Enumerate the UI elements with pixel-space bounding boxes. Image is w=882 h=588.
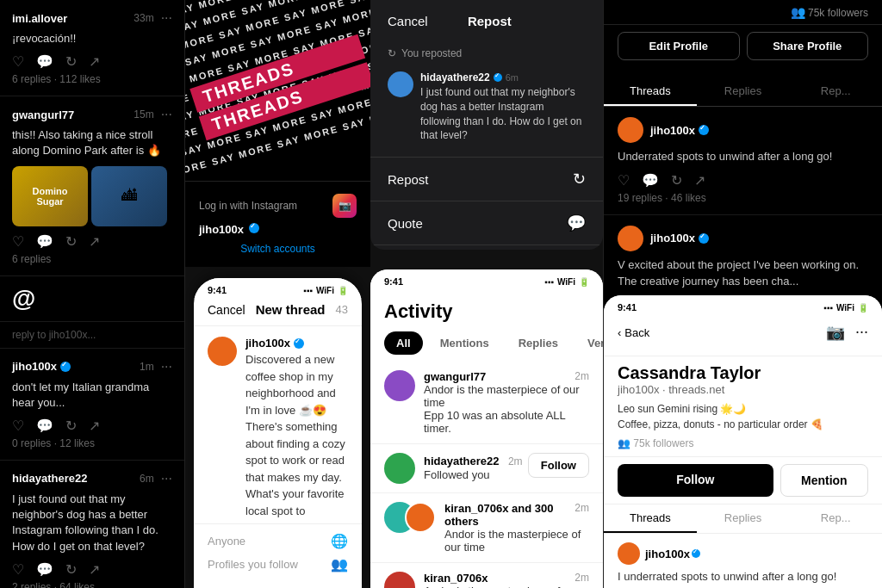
more-options-icon-2[interactable]: ···: [161, 107, 172, 122]
tab-all[interactable]: All: [384, 331, 423, 355]
tab-threads[interactable]: Threads: [604, 77, 697, 106]
login-text: Log in with Instagram: [199, 200, 297, 212]
compose-username: jiho100x: [245, 337, 290, 350]
activity-text-3: Andor is the masterpiece of our time: [444, 528, 589, 554]
heart-icon-1[interactable]: ♡: [12, 53, 24, 70]
comment-icon-4[interactable]: 💬: [36, 561, 53, 578]
profile-comment-icon-1[interactable]: 💬: [642, 172, 659, 189]
repost-action-repost[interactable]: Repost ↻: [370, 158, 603, 201]
activity-status-bar: 9:41 ▪▪▪ WiFi 🔋: [370, 269, 603, 290]
activity-avatar-2: [384, 453, 415, 484]
profile-repost-icon-1[interactable]: ↻: [671, 172, 682, 189]
feed-username-2[interactable]: gwangurl77: [12, 108, 74, 121]
more-options-icon-1[interactable]: ···: [161, 10, 172, 26]
share-icon-2[interactable]: ↗: [89, 233, 100, 250]
repost-icon-2[interactable]: ↻: [65, 233, 77, 250]
quote-action-icon: 💬: [567, 214, 586, 232]
profile2-tab-threads[interactable]: Threads: [604, 504, 697, 533]
repost-preview: hidayathere22 ✓ 6m I just found out that…: [370, 65, 603, 150]
profile-post-text-1: Underrated spots to unwind after a long …: [618, 148, 868, 165]
tab-mentions[interactable]: Mentions: [428, 331, 501, 355]
profile2-follow-btn[interactable]: Follow: [618, 464, 773, 497]
back-button[interactable]: ‹ Back: [618, 326, 649, 339]
tab-reposts[interactable]: Rep...: [789, 77, 882, 106]
avatar-stack-3: [384, 502, 436, 533]
heart-icon-3[interactable]: ♡: [12, 418, 24, 434]
audience-selector[interactable]: Anyone 🌐: [208, 533, 348, 549]
audience-label: Anyone: [208, 535, 245, 548]
profile-share-icon-1[interactable]: ↗: [694, 172, 705, 189]
repost-icon-4[interactable]: ↻: [65, 561, 77, 578]
repost-preview-username: hidayathere22: [420, 71, 490, 84]
feed-actions-1: ♡ 💬 ↻ ↗: [12, 53, 172, 70]
activity-time-2: 2m: [508, 455, 523, 467]
more-options-icon-4[interactable]: ···: [161, 471, 172, 486]
repost-modal: Cancel Repost ↻ You reposted hidayathere…: [370, 0, 603, 250]
share-profile-btn[interactable]: Share Profile: [747, 32, 869, 60]
more-options-icon-3[interactable]: ···: [161, 359, 172, 374]
edit-profile-btn[interactable]: Edit Profile: [618, 32, 740, 60]
activity-avatar-4: [384, 572, 415, 588]
profile-post-actions-1: ♡ 💬 ↻ ↗: [618, 172, 868, 189]
feed-username-3[interactable]: jiho100x: [12, 360, 57, 373]
compose-verified: [294, 338, 304, 349]
profile-heart-icon-1[interactable]: ♡: [618, 172, 630, 189]
activity-time-3: 2m: [575, 502, 589, 528]
feed-username-4[interactable]: hidayathere22: [12, 472, 87, 485]
profile2-mention-btn[interactable]: Mention: [780, 464, 868, 497]
activity-battery-icon: 🔋: [579, 277, 589, 287]
feed-stats-2: 6 replies: [12, 253, 172, 265]
activity-header: Activity All Mentions Replies Verif...: [370, 290, 603, 362]
repost-cancel-btn[interactable]: Cancel: [388, 14, 428, 28]
profile2-status-icons: ▪▪▪ WiFi 🔋: [823, 303, 868, 313]
profile2-header-icons: 📷 ···: [826, 323, 868, 342]
feed-stats-3: 0 replies · 12 likes: [12, 437, 172, 449]
profiles-follow-selector[interactable]: Profiles you follow 👥: [208, 556, 348, 573]
follow-button-2[interactable]: Follow: [528, 453, 589, 478]
share-icon-1[interactable]: ↗: [89, 53, 100, 70]
switch-accounts-btn[interactable]: Switch accounts: [199, 243, 357, 255]
feed-username-1[interactable]: imi.allover: [12, 12, 67, 25]
profile2-actions: Follow Mention: [604, 457, 882, 504]
profile2-header: ‹ Back 📷 ···: [604, 316, 882, 356]
profile2-battery-icon: 🔋: [858, 303, 868, 313]
share-icon-3[interactable]: ↗: [89, 418, 100, 434]
feed-item-1: imi.allover 33m ··· ¡revocación!! ♡ 💬 ↻ …: [0, 0, 184, 96]
instagram-link-icon[interactable]: 📷: [826, 323, 845, 342]
heart-icon-4[interactable]: ♡: [12, 561, 24, 578]
share-icon-4[interactable]: ↗: [89, 561, 100, 578]
activity-time-1: 2m: [575, 370, 589, 383]
tab-verified[interactable]: Verif...: [575, 331, 603, 355]
heart-icon-2[interactable]: ♡: [12, 233, 24, 250]
profile-post-username-1: jiho100x: [650, 124, 695, 137]
profile2-tab-reposts[interactable]: Rep...: [789, 504, 882, 533]
repost-action-quote[interactable]: Quote 💬: [370, 201, 603, 245]
feed-text-1: ¡revocación!!: [12, 31, 172, 46]
activity-wifi-icon: WiFi: [557, 277, 575, 287]
repost-actions: Repost ↻ Quote 💬: [370, 157, 603, 245]
feed-time-3: 1m: [140, 361, 154, 373]
more-options-icon-profile2[interactable]: ···: [855, 323, 868, 342]
threads-logo-icon: @: [12, 285, 35, 312]
repost-check-icon: ↻: [388, 47, 396, 59]
feed-actions-4: ♡ 💬 ↻ ↗: [12, 561, 172, 578]
tab-replies[interactable]: Replies: [506, 331, 570, 355]
comment-icon-2[interactable]: 💬: [36, 233, 53, 250]
repost-icon-1[interactable]: ↻: [65, 53, 77, 70]
you-reposted-badge: ↻ You reposted: [370, 42, 603, 65]
reply-placeholder: reply to jiho100x...: [12, 329, 96, 341]
login-verified-badge: [249, 223, 259, 233]
profile2-status-bar: 9:41 ▪▪▪ WiFi 🔋: [604, 295, 882, 316]
comment-icon-3[interactable]: 💬: [36, 418, 53, 434]
profile2-bio: Leo sun Gemini rising 🌟🌙Coffee, pizza, d…: [618, 401, 868, 432]
feed-image-domino: DominoSugar: [12, 166, 88, 226]
repost-icon-3[interactable]: ↻: [65, 418, 77, 434]
cancel-new-thread-btn[interactable]: Cancel: [208, 303, 245, 317]
profile2-tabs: Threads Replies Rep...: [604, 504, 882, 534]
profile-post-avatar-1: [618, 117, 643, 143]
reply-input-area[interactable]: reply to jiho100x...: [0, 322, 184, 349]
repost-preview-text: I just found out that my neighbor's dog …: [420, 85, 586, 143]
tab-replies[interactable]: Replies: [697, 77, 790, 106]
profile2-tab-replies[interactable]: Replies: [697, 504, 790, 533]
comment-icon-1[interactable]: 💬: [36, 53, 53, 70]
